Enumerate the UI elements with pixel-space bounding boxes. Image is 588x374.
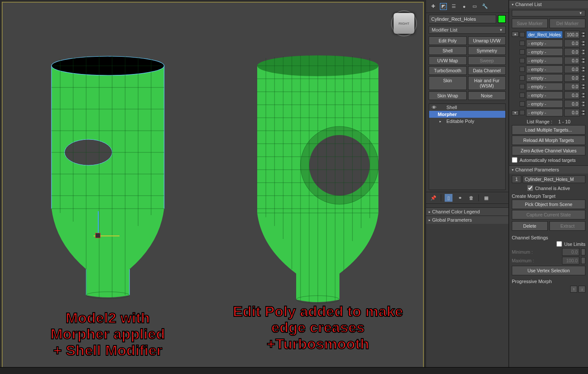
maximum-value[interactable]: 100.0 bbox=[562, 257, 579, 264]
channel-value-4[interactable]: 0.0 bbox=[564, 65, 580, 73]
channel-enable-checkbox[interactable] bbox=[520, 84, 525, 89]
channel-spinner-1[interactable]: ▴▾ bbox=[581, 40, 585, 46]
channel-value-8[interactable]: 0.0 bbox=[564, 100, 580, 108]
channel-spinner-3[interactable]: ▴▾ bbox=[581, 58, 585, 64]
use-vertex-selection-button[interactable]: Use Vertex Selection bbox=[512, 266, 585, 275]
modifier-button-turbosmooth[interactable]: TurboSmooth bbox=[429, 66, 467, 75]
viewport[interactable]: Model2 with Morpher applied + Shell Modi… bbox=[2, 2, 424, 372]
extract-button[interactable]: Extract bbox=[549, 221, 585, 231]
channel-name-field[interactable] bbox=[523, 175, 585, 183]
channel-enable-checkbox[interactable] bbox=[520, 32, 525, 37]
modifier-button-shell[interactable]: Shell bbox=[429, 46, 467, 55]
channel-spinner-5[interactable]: ▴▾ bbox=[581, 75, 585, 81]
channel-value-6[interactable]: 0.0 bbox=[564, 83, 580, 90]
hierarchy-tab-icon[interactable]: ☰ bbox=[450, 3, 457, 10]
motion-tab-icon[interactable]: ● bbox=[461, 3, 468, 10]
auto-reload-checkbox[interactable] bbox=[512, 157, 517, 163]
channel-value-2[interactable]: 0.0 bbox=[564, 48, 580, 56]
configure-sets-icon[interactable]: ▦ bbox=[482, 194, 490, 202]
channel-enable-checkbox[interactable] bbox=[520, 41, 525, 46]
transform-gizmo[interactable] bbox=[85, 219, 120, 254]
channel-spinner-7[interactable]: ▴▾ bbox=[581, 92, 585, 98]
modifier-button-skin-wrap[interactable]: Skin Wrap bbox=[429, 91, 467, 100]
utilities-tab-icon[interactable]: 🔧 bbox=[481, 3, 488, 10]
remove-modifier-icon[interactable]: 🗑 bbox=[467, 194, 475, 202]
create-tab-icon[interactable]: ✚ bbox=[430, 3, 436, 10]
channel-value-3[interactable]: 0.0 bbox=[564, 57, 580, 64]
modifier-button-hair-and-fur-wsm-[interactable]: Hair and Fur (WSM) bbox=[468, 76, 506, 90]
list-scroll-down[interactable]: ▼ bbox=[512, 110, 519, 116]
object-color-swatch[interactable] bbox=[498, 15, 506, 23]
zero-active-values-button[interactable]: Zero Active Channel Values bbox=[512, 146, 585, 155]
modifier-button-unwrap-uvw[interactable]: Unwrap UVW bbox=[468, 36, 506, 45]
modifier-button-skin[interactable]: Skin bbox=[429, 76, 467, 90]
modifier-button-noise[interactable]: Noise bbox=[468, 91, 506, 100]
channel-value-9[interactable]: 0.0 bbox=[564, 109, 580, 116]
marker-dropdown[interactable]: ▼ bbox=[512, 10, 585, 16]
modifier-button-symmetry[interactable]: Symmetry bbox=[468, 46, 506, 55]
channel-enable-checkbox[interactable] bbox=[520, 101, 525, 106]
channel-spinner-2[interactable]: ▴▾ bbox=[581, 49, 585, 55]
del-marker-button[interactable]: Del Marker bbox=[549, 19, 585, 28]
scroll-down-icon[interactable]: ↓ bbox=[578, 286, 585, 293]
object-name-field[interactable] bbox=[429, 15, 496, 23]
channel-name-8[interactable]: - empty - bbox=[526, 100, 563, 108]
channel-value-5[interactable]: 0.0 bbox=[564, 74, 580, 82]
viewport-left[interactable]: Model2 with Morpher applied + Shell Modi… bbox=[3, 3, 213, 371]
channel-enable-checkbox[interactable] bbox=[520, 110, 525, 115]
channel-name-5[interactable]: - empty - bbox=[526, 74, 563, 82]
use-limits-checkbox[interactable] bbox=[556, 241, 562, 247]
channel-enable-checkbox[interactable] bbox=[520, 49, 525, 55]
stack-item-morpher[interactable]: Morpher bbox=[429, 111, 505, 118]
channel-enable-checkbox[interactable] bbox=[520, 67, 525, 72]
delete-button[interactable]: Delete bbox=[512, 221, 548, 231]
channel-spinner-6[interactable]: ▴▾ bbox=[581, 84, 585, 90]
channel-name-0[interactable]: der_Rect_Holes bbox=[526, 31, 563, 39]
channel-enable-checkbox[interactable] bbox=[520, 93, 525, 98]
list-scroll-up[interactable]: ▲ bbox=[512, 32, 519, 37]
minimum-spinner[interactable] bbox=[581, 248, 585, 255]
save-marker-button[interactable]: Save Marker bbox=[512, 19, 548, 28]
modifier-button-sweep[interactable]: Sweep bbox=[468, 56, 506, 65]
channel-name-6[interactable]: - empty - bbox=[526, 83, 563, 90]
channel-spinner-4[interactable]: ▴▾ bbox=[581, 66, 585, 72]
channel-value-0[interactable]: 100.0 bbox=[564, 31, 580, 39]
pick-object-button[interactable]: Pick Object from Scene bbox=[512, 200, 585, 209]
channel-value-1[interactable]: 0.0 bbox=[564, 39, 580, 47]
reload-all-targets-button[interactable]: Reload All Morph Targets bbox=[512, 135, 585, 145]
scroll-up-icon[interactable]: ↑ bbox=[570, 286, 577, 293]
maximum-spinner[interactable] bbox=[581, 257, 585, 264]
channel-enable-checkbox[interactable] bbox=[520, 75, 525, 81]
channel-spinner-8[interactable]: ▴▾ bbox=[581, 101, 585, 107]
channel-enable-checkbox[interactable] bbox=[520, 58, 525, 63]
display-tab-icon[interactable]: ▭ bbox=[471, 3, 478, 10]
channel-spinner-0[interactable]: ▴▾ bbox=[581, 32, 585, 38]
channel-name-1[interactable]: - empty - bbox=[526, 39, 563, 47]
channel-name-4[interactable]: - empty - bbox=[526, 65, 563, 73]
channel-value-7[interactable]: 0.0 bbox=[564, 91, 580, 99]
channel-name-7[interactable]: - empty - bbox=[526, 91, 563, 99]
modifier-button-edit-poly[interactable]: Edit Poly bbox=[429, 36, 467, 45]
pin-stack-icon[interactable]: 📌 bbox=[430, 194, 437, 202]
modifier-list-dropdown[interactable]: Modifier List▼ bbox=[429, 26, 506, 34]
stack-item-shell[interactable]: 👁Shell bbox=[429, 104, 505, 111]
channel-name-2[interactable]: - empty - bbox=[526, 48, 563, 56]
make-unique-icon[interactable]: ⚭ bbox=[456, 194, 464, 202]
rollout-channel-color-legend[interactable]: ▸Channel Color Legend bbox=[426, 208, 508, 216]
channel-name-9[interactable]: - empty - bbox=[526, 109, 563, 116]
modify-tab-icon[interactable]: ◩ bbox=[440, 3, 447, 10]
viewport-right[interactable]: RIGHT Edit Poly added to make edge creas… bbox=[213, 3, 423, 371]
channel-spinner-9[interactable]: ▴▾ bbox=[581, 110, 585, 116]
channel-name-3[interactable]: - empty - bbox=[526, 57, 563, 64]
load-multiple-targets-button[interactable]: Load Multiple Targets... bbox=[512, 125, 585, 135]
channel-active-checkbox[interactable] bbox=[527, 185, 533, 191]
minimum-value[interactable]: 0.0 bbox=[562, 248, 579, 256]
visibility-icon[interactable]: 👁 bbox=[431, 105, 437, 110]
modifier-button-uvw-map[interactable]: UVW Map bbox=[429, 56, 467, 65]
show-end-result-icon[interactable]: ▯ bbox=[445, 194, 452, 202]
modifier-button-data-channel[interactable]: Data Channel bbox=[468, 66, 506, 75]
rollout-channel-parameters[interactable]: ▾Channel Parameters bbox=[509, 166, 588, 174]
rollout-channel-list[interactable]: ▾Channel List bbox=[509, 0, 588, 8]
capture-state-button[interactable]: Capture Current State bbox=[512, 210, 585, 219]
modifier-stack[interactable]: 👁ShellMorpher▸Editable Poly bbox=[429, 103, 506, 190]
